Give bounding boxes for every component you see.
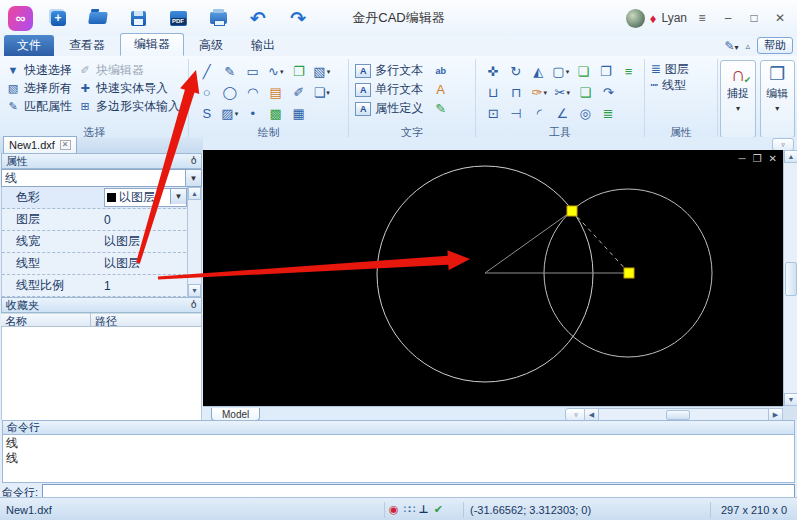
export-pdf-button[interactable]: PDF [167, 7, 189, 29]
print-button[interactable] [207, 7, 229, 29]
trim-icon[interactable]: ⊔ [482, 83, 505, 103]
tab-advanced[interactable]: 高级 [186, 35, 236, 56]
spell-check-icon[interactable]: ab [429, 61, 452, 80]
column-path[interactable]: 路径 [91, 313, 202, 326]
ortho-icon[interactable]: ⊥ [419, 504, 429, 515]
drawing-canvas[interactable]: ─ ❐ ✕ [203, 150, 783, 406]
command-history[interactable]: 线 线 [2, 435, 795, 483]
rotate-copy-icon[interactable]: ↷ [597, 83, 620, 103]
open-file-button[interactable] [87, 7, 109, 29]
chamfer-icon[interactable]: ∠ [551, 104, 574, 124]
mtext-button[interactable]: A多行文本 [355, 61, 423, 80]
vertical-scroll-thumb[interactable] [785, 262, 797, 296]
mdi-minimize-button[interactable]: ─ [739, 153, 746, 164]
favorites-list[interactable] [1, 327, 202, 429]
layers-button[interactable]: ≣图层 [651, 61, 714, 77]
help-button[interactable]: 帮助 [757, 37, 793, 54]
break-icon[interactable]: ✂▾ [551, 83, 574, 103]
new-file-button[interactable]: + [47, 7, 69, 29]
image-icon[interactable]: ▩ [264, 104, 287, 124]
user-name[interactable]: Lyan [661, 11, 687, 25]
table-icon[interactable]: ▦ [287, 104, 310, 124]
table-row[interactable]: 线型比例 1 [2, 275, 201, 297]
paste-icon[interactable]: ❐ [595, 62, 618, 82]
spline-icon[interactable]: S [195, 104, 218, 124]
line-icon[interactable]: ╱ [195, 62, 218, 82]
color-picker-icon[interactable]: ✑▾ [528, 83, 551, 103]
scroll-up-icon[interactable]: ▲ [188, 187, 201, 200]
wipeout-icon[interactable]: ❏▾ [310, 83, 333, 103]
chevron-down-icon[interactable]: ▼ [170, 189, 186, 204]
properties-scrollbar[interactable]: ▲ ▼ [187, 187, 201, 297]
close-button[interactable]: ✕ [769, 8, 791, 28]
pin-icon[interactable]: ϙ [191, 300, 197, 311]
polyline-icon[interactable]: ∿▾ [264, 62, 287, 82]
column-name[interactable]: 名称 [1, 313, 91, 326]
quick-entity-import-button[interactable]: ✚快速实体导入 [78, 79, 180, 97]
menu-button[interactable]: ≡ [691, 8, 713, 28]
single-text-button[interactable]: A单行文本 [355, 80, 423, 99]
move-icon[interactable]: ✜ [482, 62, 505, 82]
layers-merge-icon[interactable]: ≣ [597, 104, 620, 124]
tab-output[interactable]: 输出 [238, 35, 288, 56]
style-pen-button[interactable]: ✎▾ [724, 39, 738, 53]
table-row[interactable]: 图层 0 [2, 209, 201, 231]
scale-icon[interactable]: ⊡ [482, 104, 505, 124]
extend-icon[interactable]: ⊓ [505, 83, 528, 103]
undo-button[interactable]: ↶ [247, 7, 269, 29]
scroll-down-icon[interactable]: ▼ [784, 393, 797, 406]
quick-select-button[interactable]: ▼快速选择 [6, 61, 72, 79]
sketch-icon[interactable]: ✎ [218, 62, 241, 82]
fillet-icon[interactable]: ◜ [528, 104, 551, 124]
rectangle-icon[interactable]: ▭ [241, 62, 264, 82]
color-combo[interactable]: 以图层▼ [104, 188, 187, 207]
snap-button[interactable]: ∩✔ 捕捉 ▾ [720, 60, 755, 138]
tab-viewer[interactable]: 查看器 [56, 35, 118, 56]
tab-file[interactable]: 文件 [4, 35, 54, 56]
table-row[interactable]: 线宽 以图层 [2, 231, 201, 253]
point-icon[interactable]: • [241, 104, 264, 124]
scroll-down-icon[interactable]: ▼ [188, 284, 201, 297]
close-doc-icon[interactable]: ✕ [60, 140, 71, 150]
copy-object-icon[interactable]: ❏ [572, 62, 595, 82]
pin-icon[interactable]: ϙ [191, 156, 197, 167]
maximize-button[interactable]: □ [743, 8, 765, 28]
table-row[interactable]: 色彩 以图层▼ [2, 187, 201, 209]
block-edit-icon[interactable]: ▢▾ [549, 62, 572, 82]
vertical-scrollbar[interactable]: ▲ ▼ [783, 150, 797, 406]
rotate-icon[interactable]: ↻ [504, 62, 527, 82]
user-avatar[interactable] [626, 9, 645, 28]
collapse-ribbon-button[interactable]: ▵ [745, 41, 750, 51]
match-properties-button[interactable]: ✎匹配属性 [6, 97, 72, 115]
document-tab[interactable]: New1.dxf ✕ [3, 136, 77, 153]
boundary-icon[interactable]: ▧▾ [310, 62, 333, 82]
polygon-entity-input-button[interactable]: ⊞多边形实体输入 [78, 97, 180, 115]
redo-button[interactable]: ↷ [287, 7, 309, 29]
scroll-up-icon[interactable]: ▲ [784, 150, 797, 163]
duplicate-icon[interactable]: ❏ [574, 83, 597, 103]
osnap-check-icon[interactable]: ✔ [434, 504, 443, 515]
chevron-down-icon[interactable]: ▾ [775, 104, 779, 113]
grip-point[interactable] [624, 268, 634, 278]
chevron-down-icon[interactable]: ▼ [185, 170, 201, 186]
grip-point[interactable] [567, 206, 577, 216]
group-circles-icon[interactable]: ◎ [574, 104, 597, 124]
hatch-pen-icon[interactable]: ✐ [287, 83, 310, 103]
insert-block-icon[interactable]: ❐ [287, 62, 310, 82]
object-snap-icon[interactable]: ◉ [389, 504, 399, 515]
mdi-restore-button[interactable]: ❐ [753, 153, 762, 164]
left-circle[interactable] [377, 166, 593, 382]
diagonal-line[interactable] [485, 211, 572, 273]
arc-icon[interactable]: ◠ [241, 83, 264, 103]
edit-button[interactable]: ❐ 编辑 ▾ [760, 60, 795, 138]
attribute-define-button[interactable]: A属性定义 [355, 99, 423, 118]
dashed-line[interactable] [572, 211, 629, 273]
chevron-down-icon[interactable]: ▾ [736, 104, 740, 113]
linetype-button[interactable]: ┉线型 [651, 77, 714, 93]
offset-icon[interactable]: ⊣ [505, 104, 528, 124]
text-style-icon[interactable]: A [429, 80, 452, 99]
edit-text-icon[interactable]: ✎ [429, 99, 452, 118]
grid-icon[interactable]: ∷∷ [404, 504, 414, 515]
region-icon[interactable]: ▤ [264, 83, 287, 103]
horizontal-scroll-thumb[interactable] [666, 410, 690, 420]
